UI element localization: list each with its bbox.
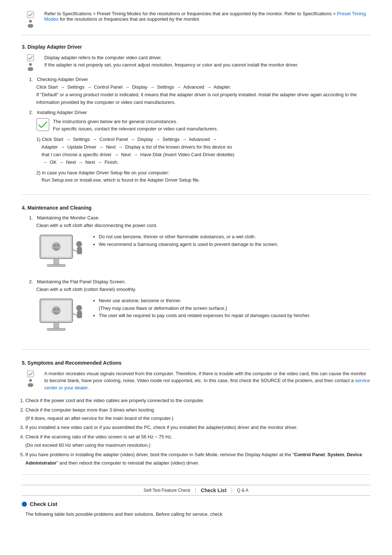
s5-item3: If you installed a new video card or if … (25, 423, 370, 432)
s3-sub1: 1. Checking Adapter Driver Click Start →… (29, 77, 370, 106)
svg-point-1 (29, 20, 32, 23)
s5-item4: Check if the scanning ratio of the video… (25, 433, 370, 450)
svg-point-23 (76, 305, 82, 311)
advanced-label: Advanced (183, 84, 204, 90)
s3-sub1-title: 1. Checking Adapter Driver (29, 77, 370, 82)
s4-b1-item2: We recommend a Samsung cleansing agent i… (99, 241, 278, 248)
svg-point-17 (54, 245, 56, 246)
s3-sub1-body: Click Start → Settings → Control Panel →… (36, 84, 370, 106)
s4-sub1-title: 1. Maintaining the Monitor Case. (29, 215, 370, 220)
svg-rect-32 (28, 383, 33, 385)
svg-point-30 (29, 379, 32, 382)
svg-rect-22 (47, 328, 65, 331)
s5-intro-text: A monitor recreates visual signals recei… (44, 370, 370, 392)
svg-line-25 (73, 313, 77, 315)
s4-monitor-row1: Do not use benzene, thinner or other fla… (36, 233, 370, 273)
s3-note-text: The instructions given below are for gen… (53, 118, 218, 132)
blue-dot-icon (22, 502, 27, 507)
svg-rect-4 (27, 54, 34, 61)
nav-self-test[interactable]: Self-Test Feature Check (139, 488, 196, 493)
svg-rect-24 (77, 311, 82, 318)
check-icon-s3 (25, 54, 36, 61)
svg-rect-21 (54, 323, 59, 329)
s4-sub2-title: 2. Maintaining the Flat Panel Display Sc… (29, 279, 370, 284)
monitor-illustration-1 (36, 233, 83, 273)
footer-title-text: Check List (30, 501, 57, 507)
s4-sub2-body: Clean with a soft cloth (cotton flannel)… (36, 286, 370, 293)
section-3-intro-text: Display adapter refers to the computer v… (44, 54, 298, 68)
s3-line2: If the adapter is not properly set, you … (44, 61, 298, 69)
top-note-body: Refer to Specifications > Preset Timing … (44, 11, 283, 16)
svg-point-27 (54, 309, 56, 310)
svg-rect-12 (47, 264, 65, 267)
s4-bullets2: Never use acetone, benzene or thinner. (… (99, 297, 310, 320)
svg-point-28 (57, 309, 58, 310)
s3-step2: 2) In case you have Adapter Driver Setup… (36, 169, 370, 185)
footer-body: The following table lists possible probl… (25, 511, 370, 518)
svg-point-13 (76, 241, 82, 247)
s5-list: Check if the power cord and the video ca… (25, 396, 370, 467)
svg-rect-3 (28, 24, 33, 26)
bottom-nav: Self-Test Feature Check Check List Q & A (22, 485, 370, 496)
monitor-illustration-2 (36, 297, 83, 337)
service-center-link[interactable]: service center or your dealer (44, 378, 370, 390)
person-icon-s3 (24, 62, 37, 72)
s5-item2: Check if the computer beeps more than 3 … (25, 406, 370, 423)
s3-sub2: 2. Installing Adapter Driver The instruc… (29, 110, 370, 184)
svg-line-15 (73, 250, 77, 251)
s5-icon (22, 370, 39, 388)
s4-sub1: 1. Maintaining the Monitor Case. Clean w… (29, 215, 370, 273)
s5-item1: Check if the power cord and the video ca… (25, 396, 370, 405)
section-5-title: 5. Symptoms and Recommended Actions (22, 360, 370, 366)
check-icon-s5 (25, 370, 36, 377)
s4-b2-item1: Never use acetone, benzene or thinner. (… (99, 297, 310, 312)
section-3-title: 3. Display Adapter Driver (22, 44, 370, 50)
nav-qa[interactable]: Q & A (232, 488, 253, 493)
note-icon-box (22, 11, 39, 28)
s3-line1: Display adapter refers to the computer v… (44, 54, 298, 61)
svg-rect-11 (54, 259, 59, 265)
s3-step1: 1) Click Start → Settings → Control Pane… (36, 136, 370, 166)
svg-rect-29 (27, 370, 34, 377)
svg-point-5 (29, 63, 32, 66)
check-icon (25, 11, 36, 18)
s4-sub2: 2. Maintaining the Flat Panel Display Sc… (29, 279, 370, 337)
s4-bullets1: Do not use benzene, thinner or other fla… (99, 233, 278, 248)
svg-point-16 (52, 242, 61, 251)
s4-monitor-row2: Never use acetone, benzene or thinner. (… (36, 297, 370, 337)
svg-point-26 (52, 306, 61, 315)
s3-steps: 1) Click Start → Settings → Control Pane… (36, 136, 370, 184)
person-icon-s5 (24, 378, 37, 388)
s5-item5: If you have problems in installing the a… (25, 450, 370, 467)
s3-note: The instructions given below are for gen… (36, 118, 370, 132)
footer-body-text: The following table lists possible probl… (25, 511, 222, 517)
svg-rect-7 (28, 67, 33, 69)
section3-icon (22, 54, 39, 72)
note-check-icon (36, 118, 49, 131)
footer-section: Check List The following table lists pos… (22, 501, 370, 518)
top-note: Refer to Specifications > Preset Timing … (22, 11, 370, 35)
nav-check-list[interactable]: Check List (196, 487, 232, 493)
s4-b2-item2: The user will be required to pay costs a… (99, 312, 310, 320)
s5-intro-box: A monitor recreates visual signals recei… (22, 370, 370, 392)
person-icon (24, 19, 37, 28)
section-3: 3. Display Adapter Driver Display adapte… (22, 44, 370, 195)
s3-sub2-title: 2. Installing Adapter Driver (29, 110, 370, 115)
section-4: 4. Maintenance and Cleaning 1. Maintaini… (22, 205, 370, 350)
s4-sub1-body: Clean with a soft cloth after disconnect… (36, 222, 370, 230)
svg-rect-14 (77, 247, 82, 254)
top-note-text: Refer to Specifications > Preset Timing … (44, 11, 370, 22)
svg-point-18 (57, 245, 58, 246)
section-3-intro: Display adapter refers to the computer v… (22, 54, 370, 72)
section-4-title: 4. Maintenance and Cleaning (22, 205, 370, 211)
section-5: 5. Symptoms and Recommended Actions A mo… (22, 360, 370, 475)
footer-title: Check List (22, 501, 370, 507)
svg-rect-0 (27, 11, 34, 18)
s4-b1-item1: Do not use benzene, thinner or other fla… (99, 233, 278, 241)
